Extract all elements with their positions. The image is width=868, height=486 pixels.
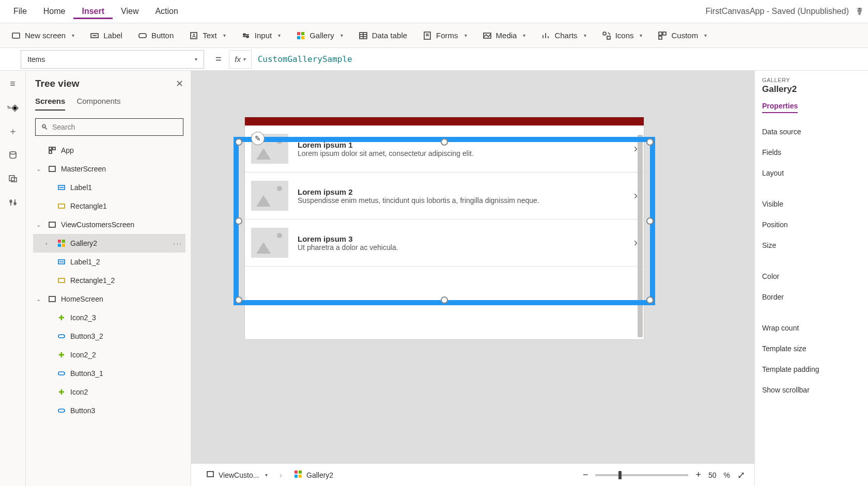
tree-node-homescreen[interactable]: ⌄ HomeScreen [33,290,185,308]
svg-rect-53 [49,296,55,302]
expand-icon[interactable]: › [45,240,53,246]
prop-fields[interactable]: Fields [762,142,861,163]
label-icon [57,257,66,266]
svg-rect-11 [301,32,304,35]
formula-input[interactable]: CustomGallerySample [252,50,868,69]
svg-rect-29 [663,32,666,35]
charts-dropdown[interactable]: Charts▾ [541,31,586,40]
gallery-row[interactable]: Lorem ipsum 2Suspendisse enim metus, tin… [245,173,644,220]
button-icon [138,31,147,40]
zoom-slider[interactable] [595,474,688,476]
menu-view[interactable]: View [113,4,147,19]
label-icon [57,183,66,192]
media-icon [483,31,492,40]
svg-rect-12 [297,36,300,39]
menu-home[interactable]: Home [35,4,74,19]
icons-dropdown[interactable]: Icons▾ [602,31,643,40]
design-screen[interactable]: Title of the Screen ✎ Lorem ipsum 1Lorem… [245,117,644,339]
rectangle-icon [57,201,66,211]
gallery-dropdown[interactable]: Gallery▾ [296,31,343,40]
svg-rect-3 [139,34,146,38]
new-screen-button[interactable]: New screen▾ [11,31,74,40]
data-icon[interactable] [7,149,19,161]
tree-node-gallery2[interactable]: › Gallery2 ··· [33,234,185,253]
gallery-item-sub: Suspendisse enim metus, tincidunt quis l… [298,196,539,205]
svg-rect-58 [295,471,298,474]
breadcrumb-gallery[interactable]: Gallery2 [288,467,339,482]
hamburger-icon[interactable]: ≡ [7,78,19,89]
tree-node-app[interactable]: App [33,141,185,160]
data-table-button[interactable]: Data table [359,31,407,40]
media-dropdown[interactable]: Media▾ [483,31,526,40]
tree-node-button3-2[interactable]: Button3_2 [33,327,185,346]
label-button[interactable]: Label [90,31,122,40]
media-rail-icon[interactable] [7,173,19,184]
gallery-control[interactable]: ✎ Lorem ipsum 1Lorem ipsum dolor sit ame… [245,126,644,339]
prop-visible[interactable]: Visible [762,194,861,214]
chevron-down-icon: ▾ [195,56,197,62]
text-dropdown[interactable]: A Text▾ [189,31,226,40]
prop-position[interactable]: Position [762,214,861,235]
tree-node-icon2-2[interactable]: ✚Icon2_2 [33,346,185,364]
collapse-icon[interactable]: ⌄ [36,166,43,173]
prop-size[interactable]: Size [762,235,861,256]
zoom-out-button[interactable]: − [583,469,588,480]
tree-node-label1-2[interactable]: Label1_2 [33,253,185,271]
collapse-icon[interactable]: ⌄ [36,296,43,303]
breadcrumb-screen[interactable]: ViewCusto... ▾ [200,467,273,482]
tree-node-masterscreen[interactable]: ⌄ MasterScreen [33,160,185,178]
prop-border[interactable]: Border [762,287,861,307]
svg-rect-32 [9,176,14,181]
search-input[interactable]: 🔍︎ [35,118,183,136]
tools-icon[interactable] [7,197,19,208]
gallery-row[interactable]: Lorem ipsum 1Lorem ipsum dolor sit amet,… [245,126,644,173]
svg-rect-38 [49,147,52,150]
forms-dropdown[interactable]: Forms▾ [423,31,467,40]
tree-node-rectangle1[interactable]: Rectangle1 [33,197,185,215]
chevron-right-icon[interactable]: › [634,142,638,155]
input-dropdown[interactable]: Input▾ [241,31,281,40]
props-tab-properties[interactable]: Properties [762,102,798,113]
prop-template-size[interactable]: Template size [762,338,861,359]
menu-file[interactable]: File [5,4,35,19]
prop-wrap-count[interactable]: Wrap count [762,318,861,338]
custom-dropdown[interactable]: Custom▾ [658,31,707,40]
tree-node-viewcustomers[interactable]: ⌄ ViewCustomersScreen [33,215,185,234]
gallery-row[interactable]: Lorem ipsum 3Ut pharetra a dolor ac vehi… [245,220,644,266]
tree-node-rectangle1-2[interactable]: Rectangle1_2 [33,271,185,290]
collapse-icon[interactable]: ⌄ [36,222,43,228]
menu-action[interactable]: Action [147,4,186,19]
edit-pencil-icon[interactable]: ✎ [251,132,265,145]
rectangle-icon [57,276,66,285]
fx-button[interactable]: fx ▾ [229,50,252,69]
chevron-right-icon[interactable]: › [634,189,638,202]
tree-node-icon2[interactable]: ✚Icon2 [33,383,185,401]
stethoscope-icon[interactable]: ☤ [856,5,863,18]
tree-node-icon2-3[interactable]: ✚Icon2_3 [33,308,185,327]
button-button[interactable]: Button [138,31,174,40]
more-icon[interactable]: ··· [173,239,182,247]
prop-layout[interactable]: Layout [762,163,861,183]
close-icon[interactable]: ✕ [176,78,183,89]
tree-node-button3-1[interactable]: Button3_1 [33,364,185,383]
svg-rect-26 [607,36,610,39]
screen-icon [48,164,57,174]
property-selector[interactable]: Items ▾ [21,50,204,69]
prop-data-source[interactable]: Data source [762,121,861,142]
text-icon: A [189,31,198,40]
tree-node-label1[interactable]: Label1 [33,178,185,197]
tree-node-button3[interactable]: Button3 [33,401,185,420]
add-icon[interactable]: ＋ [7,126,19,137]
prop-template-padding[interactable]: Template padding [762,359,861,380]
icon-icon: ✚ [57,387,66,397]
zoom-in-button[interactable]: + [695,469,701,480]
menu-insert[interactable]: Insert [73,4,113,19]
prop-show-scrollbar[interactable]: Show scrollbar [762,380,861,400]
tab-components[interactable]: Components [76,97,120,111]
chevron-right-icon[interactable]: › [634,236,638,249]
prop-color[interactable]: Color [762,266,861,287]
tree-view-icon[interactable]: ◈ [7,102,19,113]
fullscreen-icon[interactable]: ⤢ [737,469,745,481]
scrollbar[interactable] [638,135,643,337]
tab-screens[interactable]: Screens [35,97,65,111]
